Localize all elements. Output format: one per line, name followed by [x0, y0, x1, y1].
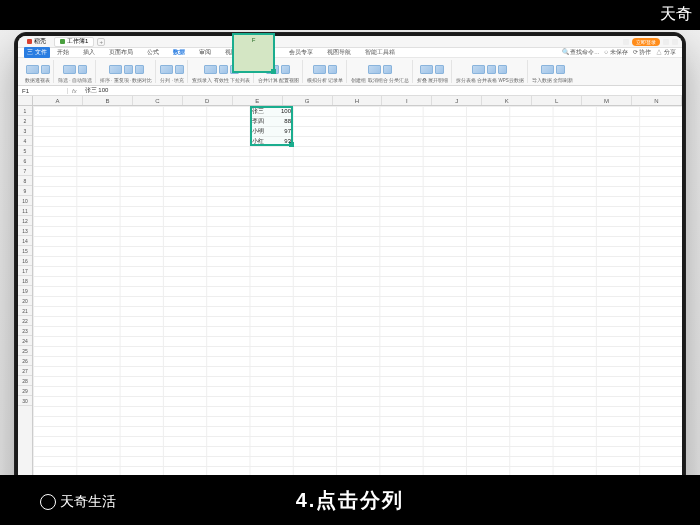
row-header[interactable]: 27: [18, 366, 32, 376]
search-box[interactable]: 🔍 查找命令...: [562, 48, 600, 57]
cell[interactable]: 小明97: [250, 126, 293, 136]
row-header[interactable]: 11: [18, 206, 32, 216]
ribbon-button[interactable]: [26, 65, 39, 74]
ribbon-button[interactable]: [435, 65, 444, 74]
column-header[interactable]: K: [482, 96, 532, 105]
cell[interactable]: 张三100: [250, 106, 293, 116]
file-menu[interactable]: 三 文件: [24, 47, 50, 58]
ribbon-button[interactable]: [204, 65, 217, 74]
row-header[interactable]: 20: [18, 296, 32, 306]
row-header[interactable]: 21: [18, 306, 32, 316]
ribbon-button[interactable]: [78, 65, 87, 74]
share-button[interactable]: △ 分享: [656, 48, 676, 57]
ribbon-group: 折叠 展开明细: [414, 60, 452, 83]
column-header[interactable]: A: [33, 96, 83, 105]
column-header[interactable]: N: [632, 96, 682, 105]
column-header[interactable]: L: [532, 96, 582, 105]
menu-item[interactable]: 公式: [147, 48, 159, 57]
ribbon-button[interactable]: [541, 65, 554, 74]
row-header[interactable]: 18: [18, 276, 32, 286]
row-header[interactable]: 6: [18, 156, 32, 166]
doc-tab[interactable]: 稻壳: [22, 37, 51, 47]
row-header[interactable]: 10: [18, 196, 32, 206]
menu-item[interactable]: 智能工具箱: [365, 48, 395, 57]
row-header[interactable]: 12: [18, 216, 32, 226]
menu-item[interactable]: 审阅: [199, 48, 211, 57]
row-header[interactable]: 4: [18, 136, 32, 146]
column-header[interactable]: J: [432, 96, 482, 105]
row-header[interactable]: 28: [18, 376, 32, 386]
window-button[interactable]: [623, 39, 629, 45]
column-header[interactable]: B: [83, 96, 133, 105]
ribbon-button[interactable]: [160, 65, 173, 74]
row-header[interactable]: 15: [18, 246, 32, 256]
formula-input[interactable]: 张三 100: [81, 86, 682, 95]
menu-item[interactable]: 数据: [173, 48, 185, 57]
row-header[interactable]: 14: [18, 236, 32, 246]
row-header[interactable]: 30: [18, 396, 32, 406]
row-header[interactable]: 2: [18, 116, 32, 126]
menu-item[interactable]: 页面布局: [109, 48, 133, 57]
sync-button[interactable]: ⟳ 协作: [633, 48, 652, 57]
unsaved-indicator: ○ 未保存: [604, 48, 627, 57]
ribbon-button[interactable]: [498, 65, 507, 74]
column-header[interactable]: E: [233, 96, 283, 105]
row-header[interactable]: 23: [18, 326, 32, 336]
row-header[interactable]: 24: [18, 336, 32, 346]
ribbon-button[interactable]: [109, 65, 122, 74]
doc-tab-active[interactable]: 工作簿1: [54, 37, 94, 47]
select-all-corner[interactable]: [18, 96, 33, 105]
column-header[interactable]: C: [133, 96, 183, 105]
ribbon-button[interactable]: [556, 65, 565, 74]
cell[interactable]: 李四88: [250, 116, 293, 126]
row-header[interactable]: 29: [18, 386, 32, 396]
row-header[interactable]: 17: [18, 266, 32, 276]
row-header[interactable]: 8: [18, 176, 32, 186]
column-header[interactable]: D: [183, 96, 233, 105]
ribbon-button[interactable]: [487, 65, 496, 74]
cell-area[interactable]: 张三100李四88小明97小红93: [33, 106, 682, 498]
ribbon-button[interactable]: [472, 65, 485, 74]
ribbon-button[interactable]: [135, 65, 144, 74]
cell[interactable]: 小红93: [250, 136, 293, 146]
ribbon-button[interactable]: [124, 65, 133, 74]
ribbon-button[interactable]: [281, 65, 290, 74]
row-header[interactable]: 22: [18, 316, 32, 326]
row-header[interactable]: 5: [18, 146, 32, 156]
row-header[interactable]: 16: [18, 256, 32, 266]
min-button[interactable]: [663, 39, 669, 45]
spreadsheet-grid: ABCDEFGHIJKLMN 1234567891011121314151617…: [18, 96, 682, 498]
menu-item[interactable]: 会员专享: [289, 48, 313, 57]
ribbon-button[interactable]: [368, 65, 381, 74]
row-header[interactable]: 3: [18, 126, 32, 136]
max-button[interactable]: [672, 39, 678, 45]
name-box[interactable]: F1: [18, 88, 68, 94]
ribbon-button[interactable]: [63, 65, 76, 74]
row-header[interactable]: 26: [18, 356, 32, 366]
ribbon-button[interactable]: [420, 65, 433, 74]
row-header[interactable]: 25: [18, 346, 32, 356]
ribbon-button[interactable]: [175, 65, 184, 74]
ribbon-label: 合并计算 配置视图: [258, 78, 299, 83]
column-header[interactable]: H: [333, 96, 383, 105]
menu-item[interactable]: 视图导航: [327, 48, 351, 57]
ribbon-button[interactable]: [41, 65, 50, 74]
column-header[interactable]: G: [283, 96, 333, 105]
menu-item[interactable]: 开始: [57, 48, 69, 57]
ribbon-button[interactable]: [383, 65, 392, 74]
ribbon-button[interactable]: [313, 65, 326, 74]
row-header[interactable]: 1: [18, 106, 32, 116]
fx-icon[interactable]: fx: [68, 88, 81, 94]
ribbon-button[interactable]: [328, 65, 337, 74]
column-headers: ABCDEFGHIJKLMN: [18, 96, 682, 106]
column-header[interactable]: M: [582, 96, 632, 105]
menu-item[interactable]: 插入: [83, 48, 95, 57]
login-button[interactable]: 立即登录: [632, 38, 660, 46]
column-header[interactable]: I: [382, 96, 432, 105]
ribbon-button[interactable]: [219, 65, 228, 74]
row-header[interactable]: 13: [18, 226, 32, 236]
row-header[interactable]: 7: [18, 166, 32, 176]
new-tab-button[interactable]: +: [97, 38, 105, 46]
row-header[interactable]: 9: [18, 186, 32, 196]
row-header[interactable]: 19: [18, 286, 32, 296]
